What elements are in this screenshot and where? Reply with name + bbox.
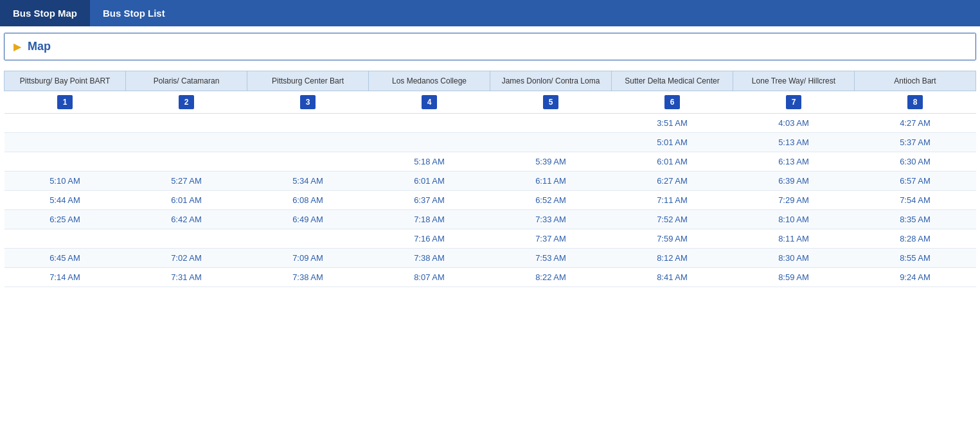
table-row: 6:25 AM6:42 AM6:49 AM7:18 AM7:33 AM7:52 … [4,210,976,229]
cell-r6-c3: 7:16 AM [369,229,490,249]
cell-r5-c0: 6:25 AM [4,210,126,229]
column-header-6: Sutter Delta Medical Center [612,71,733,91]
cell-r2-c5: 6:01 AM [612,152,733,172]
cell-r4-c0: 5:44 AM [4,191,126,210]
stop-badge-8: 8 [855,91,976,114]
badge-number-4: 4 [422,95,437,109]
column-header-4: Los Medanos College [369,71,490,91]
table-row: 5:01 AM5:13 AM5:37 AM [4,133,976,152]
cell-r6-c5: 7:59 AM [612,229,733,249]
cell-r8-c3: 8:07 AM [369,268,490,287]
cell-r3-c2: 5:34 AM [247,172,369,191]
cell-r1-c0 [4,133,126,152]
cell-r4-c7: 7:54 AM [855,191,976,210]
cell-r4-c2: 6:08 AM [247,191,369,210]
cell-r2-c3: 5:18 AM [369,152,490,172]
badge-number-1: 1 [57,95,73,109]
cell-r4-c5: 7:11 AM [612,191,733,210]
cell-r3-c0: 5:10 AM [4,172,126,191]
cell-r7-c4: 7:53 AM [490,249,612,268]
cell-r8-c1: 7:31 AM [126,268,247,287]
table-row: 5:10 AM5:27 AM5:34 AM6:01 AM6:11 AM6:27 … [4,172,976,191]
badge-number-3: 3 [300,95,316,109]
cell-r8-c6: 8:59 AM [733,268,855,287]
bus-stop-list-button[interactable]: Bus Stop List [90,0,178,26]
cell-r3-c3: 6:01 AM [369,172,490,191]
cell-r5-c6: 8:10 AM [733,210,855,229]
map-toggle-arrow: ▶ [13,40,21,53]
table-row: 5:44 AM6:01 AM6:08 AM6:37 AM6:52 AM7:11 … [4,191,976,210]
cell-r0-c1 [126,114,247,133]
stop-badge-3: 3 [247,91,369,114]
cell-r0-c3 [369,114,490,133]
cell-r2-c4: 5:39 AM [490,152,612,172]
column-header-5: James Donlon/ Contra Loma [490,71,612,91]
cell-r2-c0 [4,152,126,172]
map-section: ▶ Map [4,33,976,60]
stop-badge-5: 5 [490,91,612,114]
map-section-title: Map [28,40,51,53]
cell-r6-c2 [247,229,369,249]
cell-r8-c7: 9:24 AM [855,268,976,287]
cell-r3-c5: 6:27 AM [612,172,733,191]
table-row: 6:45 AM7:02 AM7:09 AM7:38 AM7:53 AM8:12 … [4,249,976,268]
column-header-8: Antioch Bart [855,71,976,91]
cell-r0-c7: 4:27 AM [855,114,976,133]
cell-r5-c4: 7:33 AM [490,210,612,229]
stop-badge-6: 6 [612,91,733,114]
cell-r1-c2 [247,133,369,152]
map-toggle[interactable]: ▶ Map [4,33,976,60]
schedule-table: Pittsburg/ Bay Point BARTPolaris/ Catama… [4,71,976,287]
cell-r1-c7: 5:37 AM [855,133,976,152]
cell-r1-c4 [490,133,612,152]
column-header-3: Pittsburg Center Bart [247,71,369,91]
cell-r7-c5: 8:12 AM [612,249,733,268]
top-navigation: Bus Stop Map Bus Stop List [0,0,980,26]
bus-stop-map-button[interactable]: Bus Stop Map [0,0,90,26]
cell-r8-c4: 8:22 AM [490,268,612,287]
cell-r7-c0: 6:45 AM [4,249,126,268]
cell-r1-c5: 5:01 AM [612,133,733,152]
cell-r8-c5: 8:41 AM [612,268,733,287]
cell-r6-c0 [4,229,126,249]
cell-r7-c6: 8:30 AM [733,249,855,268]
cell-r5-c1: 6:42 AM [126,210,247,229]
cell-r0-c5: 3:51 AM [612,114,733,133]
cell-r6-c1 [126,229,247,249]
table-row: 7:14 AM7:31 AM7:38 AM8:07 AM8:22 AM8:41 … [4,268,976,287]
table-row: 7:16 AM7:37 AM7:59 AM8:11 AM8:28 AM [4,229,976,249]
cell-r8-c2: 7:38 AM [247,268,369,287]
cell-r5-c3: 7:18 AM [369,210,490,229]
cell-r0-c6: 4:03 AM [733,114,855,133]
cell-r1-c6: 5:13 AM [733,133,855,152]
cell-r3-c4: 6:11 AM [490,172,612,191]
cell-r7-c3: 7:38 AM [369,249,490,268]
stop-badge-2: 2 [126,91,247,114]
stop-numbers-row: 12345678 [4,91,976,114]
cell-r7-c2: 7:09 AM [247,249,369,268]
badge-number-8: 8 [907,95,923,109]
cell-r2-c7: 6:30 AM [855,152,976,172]
cell-r5-c5: 7:52 AM [612,210,733,229]
cell-r0-c2 [247,114,369,133]
cell-r5-c2: 6:49 AM [247,210,369,229]
cell-r8-c0: 7:14 AM [4,268,126,287]
cell-r6-c6: 8:11 AM [733,229,855,249]
schedule-table-wrap: Pittsburg/ Bay Point BARTPolaris/ Catama… [4,71,976,287]
column-header-7: Lone Tree Way/ Hillcrest [733,71,855,91]
cell-r4-c3: 6:37 AM [369,191,490,210]
table-row: 5:18 AM5:39 AM6:01 AM6:13 AM6:30 AM [4,152,976,172]
cell-r3-c1: 5:27 AM [126,172,247,191]
badge-number-6: 6 [664,95,680,109]
badge-number-2: 2 [179,95,194,109]
cell-r0-c4 [490,114,612,133]
stop-badge-1: 1 [4,91,126,114]
cell-r2-c6: 6:13 AM [733,152,855,172]
cell-r7-c1: 7:02 AM [126,249,247,268]
cell-r6-c4: 7:37 AM [490,229,612,249]
cell-r3-c6: 6:39 AM [733,172,855,191]
schedule-body: 3:51 AM4:03 AM4:27 AM5:01 AM5:13 AM5:37 … [4,114,976,287]
cell-r2-c1 [126,152,247,172]
cell-r1-c3 [369,133,490,152]
cell-r1-c1 [126,133,247,152]
